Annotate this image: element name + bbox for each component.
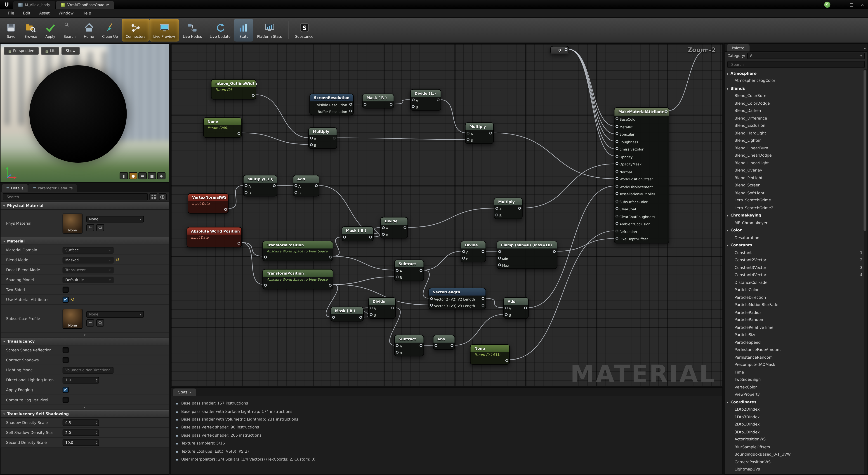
output-pin[interactable] (524, 307, 527, 309)
graph-node-add-1[interactable]: AddAB (293, 175, 320, 197)
input-pin[interactable] (616, 155, 618, 158)
palette-item-constant2vector[interactable]: Constant2Vector 2 (725, 256, 868, 264)
use-material-attributes-checkbox[interactable]: ✔ (63, 297, 69, 303)
reset-to-default-icon[interactable]: ↺ (116, 257, 119, 262)
graph-node-divide-low[interactable]: DivideAB (368, 297, 396, 319)
input-pin[interactable] (616, 237, 618, 240)
input-pin[interactable] (616, 125, 618, 128)
palette-item-blend-linearburn[interactable]: Blend_LinearBurn (725, 145, 868, 152)
graph-node-absolute-world-position[interactable]: Absolute World PositionInput Data (186, 227, 242, 248)
blend-mode-dropdown[interactable]: Masked▾ (63, 256, 114, 263)
palette-item-actorpositionws[interactable]: ActorPositionWS (725, 436, 868, 443)
details-tab-parameter-defaults[interactable]: ≡ Parameter Defaults (29, 184, 77, 192)
viewport-lit-button[interactable]: ▦ Lit (41, 47, 59, 55)
palette-item-blend-lineardodge[interactable]: Blend_LinearDodge (725, 152, 868, 159)
palette-item-blend-hardlight[interactable]: Blend_HardLight (725, 129, 868, 137)
input-pin[interactable] (412, 105, 414, 107)
preview-shape-cube-button[interactable]: ■ (148, 172, 156, 180)
window-tab[interactable]: M_Alicia_body (13, 1, 55, 9)
palette-item-perinstancerandom[interactable]: PerInstanceRandom (725, 354, 868, 361)
palette-item-perinstancefadeamount[interactable]: PerInstanceFadeAmount (725, 346, 868, 354)
palette-search-box[interactable] (727, 61, 865, 68)
menu-item-edit[interactable]: Edit (19, 9, 35, 17)
output-pin[interactable] (315, 184, 318, 187)
contact-shadows-checkbox[interactable] (63, 357, 69, 363)
palette-item-blend-colorburn[interactable]: Blend_ColorBurn (725, 92, 868, 100)
input-pin[interactable] (343, 235, 346, 238)
details-search-box[interactable] (3, 193, 148, 200)
viewport-perspective-button[interactable]: ▦ Perspective (4, 47, 39, 55)
phys-material-dropdown[interactable]: None▾ (86, 216, 144, 222)
preview-mesh-sphere[interactable] (29, 65, 127, 163)
input-pin[interactable] (370, 313, 373, 316)
input-pin[interactable] (396, 350, 399, 353)
output-pin[interactable] (329, 284, 332, 286)
palette-item-particleradius[interactable]: ParticleRadius (725, 309, 868, 316)
use-selected-icon[interactable]: ← (86, 319, 94, 326)
input-pin[interactable] (495, 207, 498, 210)
input-pin[interactable] (245, 191, 247, 193)
input-pin[interactable] (462, 256, 465, 259)
input-pin[interactable] (467, 131, 469, 134)
input-pin[interactable] (396, 344, 399, 347)
graph-node-transform-position-1[interactable]: TransformPositionAbsolute World Space to… (262, 241, 333, 261)
graph-node-add-2[interactable]: AddAB (503, 297, 529, 319)
palette-item-particlespeed[interactable]: ParticleSpeed (725, 339, 868, 346)
apply-button[interactable]: Apply (41, 19, 60, 41)
details-search-input[interactable] (5, 194, 145, 199)
palette-item-blursampleoffsets[interactable]: BlurSampleOffsets (725, 443, 868, 451)
output-pin[interactable] (489, 131, 492, 134)
palette-item-twosidedsign[interactable]: TwoSidedSign (725, 376, 868, 383)
palette-item-viewproperty[interactable]: ViewProperty (725, 391, 868, 399)
material-domain-dropdown[interactable]: Surface▾ (63, 247, 114, 253)
output-pin[interactable] (665, 110, 668, 113)
graph-node-vector-length[interactable]: VectorLengthVector 2 (V2) V2 LengthVecto… (429, 288, 486, 309)
input-pin[interactable] (382, 226, 385, 229)
palette-item-particlecolor[interactable]: ParticleColor (725, 286, 868, 294)
input-pin[interactable] (498, 256, 501, 259)
input-pin[interactable] (505, 313, 507, 316)
palette-scrollbar[interactable] (864, 69, 867, 474)
spinner-arrows-icon[interactable]: ▴▾ (96, 431, 97, 435)
output-pin[interactable] (451, 344, 453, 347)
output-pin[interactable] (390, 103, 393, 105)
maximize-button[interactable]: □ (846, 0, 857, 9)
two-sided-checkbox[interactable] (63, 287, 69, 293)
input-pin[interactable] (462, 250, 465, 253)
palette-category-chromakeying[interactable]: ▾Chromakeying (725, 212, 868, 219)
palette-item-blend-overlay[interactable]: Blend_Overlay (725, 167, 868, 174)
menu-item-asset[interactable]: Asset (35, 9, 54, 17)
input-pin[interactable] (264, 284, 267, 286)
view-options-icon[interactable] (159, 193, 166, 200)
self-shadow-density-sca-field[interactable]: 2.0 ▴▾ (63, 429, 99, 436)
source-control-icon[interactable]: ✓ (825, 1, 831, 7)
compute-fog-per-pixel-checkbox[interactable] (63, 397, 69, 403)
graph-node-multiply-left[interactable]: MultiplyAB (308, 127, 337, 149)
output-pin[interactable] (565, 48, 567, 51)
palette-item-particlerandom[interactable]: ParticleRandom (725, 316, 868, 324)
apply-fogging-checkbox[interactable]: ✔ (63, 387, 69, 393)
graph-node-multiply-10[interactable]: Multiply(,10)AB (243, 175, 277, 197)
palette-category-color[interactable]: ▾Color (725, 227, 868, 234)
input-pin[interactable] (310, 143, 313, 146)
input-pin[interactable] (616, 199, 618, 202)
output-pin[interactable] (420, 269, 422, 272)
palette-item-2dto1dindex[interactable]: 2Dto1DIndex (725, 421, 868, 428)
material-graph[interactable]: MATERIAL 0mtoon_OutlineWidthParam (0)Scr… (170, 43, 723, 386)
input-pin[interactable] (332, 316, 335, 318)
graph-node-mask-b-1[interactable]: Mask ( B ) (342, 226, 374, 241)
display-filter-icon[interactable] (149, 193, 157, 200)
palette-item-blend-pinlight[interactable]: Blend_PinLight (725, 174, 868, 182)
input-pin[interactable] (616, 215, 618, 217)
input-pin[interactable] (616, 185, 618, 187)
palette-item-blend-difference[interactable]: Blend_Difference (725, 115, 868, 122)
graph-node-divide-1[interactable]: Divide (1,)AB (410, 89, 441, 111)
input-pin[interactable] (396, 275, 399, 278)
input-pin[interactable] (616, 118, 618, 120)
shadow-density-scale-field[interactable]: 0.5 ▴▾ (63, 419, 99, 426)
output-pin[interactable] (349, 103, 352, 105)
subsurface-profile-dropdown[interactable]: None▾ (86, 311, 144, 317)
use-selected-icon[interactable]: ← (86, 224, 94, 231)
output-pin[interactable] (273, 184, 276, 187)
spinner-arrows-icon[interactable]: ▴▾ (96, 378, 97, 382)
